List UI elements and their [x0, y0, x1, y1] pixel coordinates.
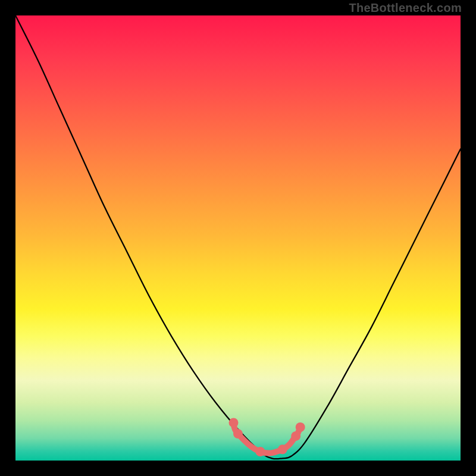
marker-dot — [296, 422, 305, 432]
plot-area — [15, 15, 461, 461]
marker-dot — [233, 429, 243, 439]
bottleneck-curve — [15, 15, 461, 459]
marker-dot — [278, 444, 287, 454]
chart-svg — [15, 15, 461, 461]
watermark-text: TheBottleneck.com — [349, 1, 462, 15]
marker-dot — [255, 447, 265, 456]
chart-frame: TheBottleneck.com — [0, 0, 476, 476]
marker-dot — [229, 418, 239, 427]
curve-layer — [15, 15, 461, 459]
marker-track — [234, 422, 300, 453]
marker-dot — [291, 431, 300, 441]
marker-track-stroke — [234, 422, 300, 453]
